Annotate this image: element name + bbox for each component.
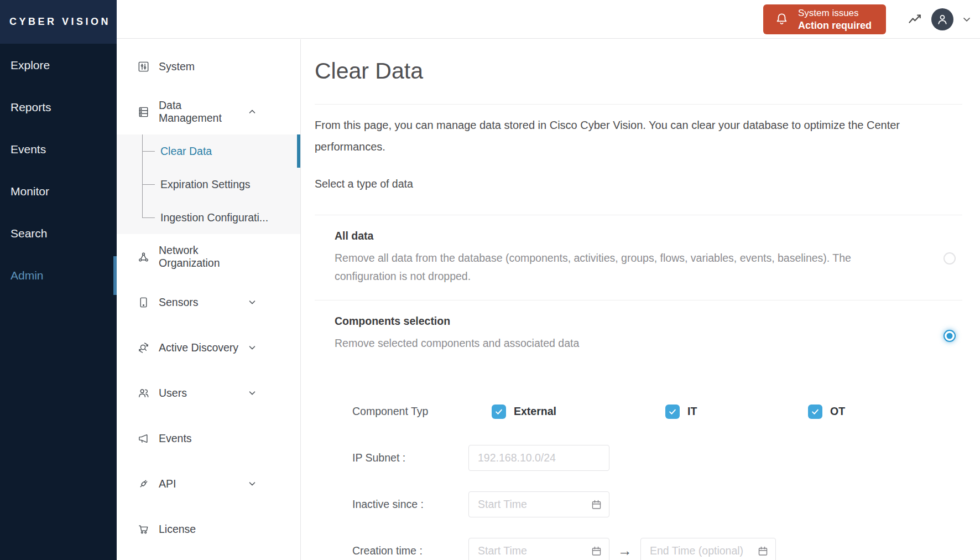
primary-nav-label: Reports bbox=[11, 101, 51, 114]
sidebar-item-label: Active Discovery bbox=[159, 341, 238, 354]
creation-end-field bbox=[640, 538, 776, 560]
select-type-label: Select a type of data bbox=[315, 178, 962, 190]
active-discovery-icon bbox=[137, 341, 150, 354]
plug-icon bbox=[137, 478, 150, 490]
megaphone-icon bbox=[137, 432, 150, 445]
brand-logo: CYBER VISION bbox=[0, 0, 117, 44]
primary-nav: Explore Reports Events Monitor Search Ad… bbox=[0, 44, 117, 297]
sidebar-item-label: Data Management bbox=[159, 99, 247, 125]
network-organization-icon bbox=[137, 251, 150, 263]
sidebar-item-api[interactable]: API bbox=[117, 461, 300, 506]
option-all-data: All data Remove all data from the databa… bbox=[315, 215, 962, 300]
creation-start-input[interactable] bbox=[468, 538, 609, 560]
chevron-down-icon bbox=[247, 479, 257, 489]
option-title: Components selection bbox=[335, 315, 924, 328]
sidebar-item-system[interactable]: System bbox=[117, 44, 300, 89]
primary-sidebar: CYBER VISION Explore Reports Events Moni… bbox=[0, 0, 117, 560]
users-icon bbox=[137, 387, 150, 400]
ip-subnet-input[interactable] bbox=[468, 445, 609, 471]
chevron-down-icon[interactable] bbox=[961, 14, 972, 25]
it-checkbox[interactable] bbox=[665, 405, 680, 419]
tree-tick bbox=[142, 217, 155, 218]
user-avatar-icon[interactable] bbox=[931, 8, 953, 30]
components-selection-radio[interactable] bbox=[943, 330, 956, 342]
bell-icon bbox=[774, 12, 789, 27]
component-type-external: External bbox=[492, 405, 665, 419]
admin-sidebar: System Data Management Clear Data bbox=[117, 39, 301, 560]
option-description: Remove all data from the database (compo… bbox=[335, 249, 879, 286]
checkbox-label: External bbox=[514, 405, 556, 418]
system-icon bbox=[137, 60, 150, 73]
chevron-down-icon bbox=[247, 388, 257, 398]
alert-button-texts: System issues Action required bbox=[798, 7, 872, 32]
brand-logo-text: CYBER VISION bbox=[9, 16, 111, 28]
selected-indicator-bar bbox=[297, 134, 300, 168]
option-description: Remove selected components and associate… bbox=[335, 334, 879, 352]
sidebar-item-label: Sensors bbox=[159, 296, 199, 309]
data-management-icon bbox=[137, 106, 150, 118]
checkbox-label: OT bbox=[830, 405, 845, 418]
primary-nav-monitor[interactable]: Monitor bbox=[0, 170, 117, 212]
primary-nav-label: Explore bbox=[11, 59, 50, 72]
creation-start-field bbox=[468, 538, 609, 560]
tree-tick bbox=[142, 151, 155, 152]
primary-nav-explore[interactable]: Explore bbox=[0, 44, 117, 86]
sidebar-item-label: API bbox=[159, 478, 176, 490]
chevron-down-icon bbox=[247, 343, 257, 352]
option-title: All data bbox=[335, 230, 924, 242]
sidebar-item-license[interactable]: License bbox=[117, 506, 300, 552]
primary-nav-search[interactable]: Search bbox=[0, 212, 117, 255]
sidebar-item-label: System bbox=[159, 60, 195, 73]
chevron-down-icon bbox=[247, 297, 257, 307]
sidebar-item-label: Expiration Settings bbox=[160, 178, 251, 191]
alert-title: System issues bbox=[798, 7, 859, 19]
external-checkbox[interactable] bbox=[492, 405, 506, 419]
primary-nav-reports[interactable]: Reports bbox=[0, 86, 117, 128]
main-content: Clear Data From this page, you can manag… bbox=[301, 39, 980, 560]
page-title: Clear Data bbox=[315, 56, 962, 86]
sidebar-item-users[interactable]: Users bbox=[117, 370, 300, 416]
inactive-since-row: Inactive since : bbox=[352, 491, 962, 517]
sidebar-item-label: Events bbox=[159, 432, 192, 445]
trend-chart-icon[interactable] bbox=[907, 11, 924, 28]
chevron-up-icon bbox=[247, 107, 257, 117]
ot-checkbox[interactable] bbox=[808, 405, 822, 419]
component-type-ot: OT bbox=[808, 405, 845, 419]
data-management-submenu: Clear Data Expiration Settings Ingestion… bbox=[117, 134, 300, 234]
sidebar-item-sensors[interactable]: Sensors bbox=[117, 279, 300, 325]
primary-nav-label: Search bbox=[11, 227, 48, 240]
inactive-since-label: Inactive since : bbox=[352, 498, 468, 511]
sidebar-item-clear-data[interactable]: Clear Data bbox=[117, 134, 300, 168]
components-filter-form: Component Typ External IT bbox=[352, 398, 962, 560]
creation-time-row: Creation time : → bbox=[352, 538, 962, 560]
sidebar-item-active-discovery[interactable]: Active Discovery bbox=[117, 325, 300, 370]
sidebar-item-label: License bbox=[159, 523, 196, 536]
sidebar-item-network-organization[interactable]: Network Organization bbox=[117, 234, 300, 279]
option-components-selection: Components selection Remove selected com… bbox=[315, 300, 962, 367]
primary-nav-label: Events bbox=[11, 143, 46, 156]
cart-icon bbox=[137, 523, 150, 536]
component-type-label: Component Typ bbox=[352, 405, 468, 418]
component-type-it: IT bbox=[665, 405, 808, 419]
alert-subtitle: Action required bbox=[798, 19, 872, 32]
range-arrow-icon: → bbox=[618, 542, 632, 559]
sidebar-item-expiration-settings[interactable]: Expiration Settings bbox=[117, 168, 300, 201]
primary-nav-events[interactable]: Events bbox=[0, 128, 117, 170]
sidebar-item-ingestion-configuration[interactable]: Ingestion Configurati... bbox=[117, 201, 300, 234]
inactive-since-input[interactable] bbox=[468, 491, 609, 517]
primary-nav-label: Monitor bbox=[11, 185, 49, 198]
creation-time-label: Creation time : bbox=[352, 545, 468, 557]
sidebar-item-data-management[interactable]: Data Management bbox=[117, 89, 300, 134]
system-issues-button[interactable]: System issues Action required bbox=[763, 4, 886, 34]
sidebar-item-label: Clear Data bbox=[160, 145, 212, 158]
tree-tick bbox=[142, 184, 155, 185]
sidebar-item-label: Users bbox=[159, 387, 187, 400]
all-data-radio[interactable] bbox=[943, 252, 956, 265]
divider bbox=[315, 104, 962, 105]
primary-nav-admin[interactable]: Admin bbox=[0, 255, 117, 297]
sidebar-item-label: Ingestion Configurati... bbox=[160, 211, 268, 224]
creation-end-input[interactable] bbox=[640, 538, 776, 560]
sidebar-item-events[interactable]: Events bbox=[117, 416, 300, 461]
sensors-icon bbox=[137, 296, 150, 309]
page-intro: From this page, you can manage data stor… bbox=[315, 115, 962, 158]
